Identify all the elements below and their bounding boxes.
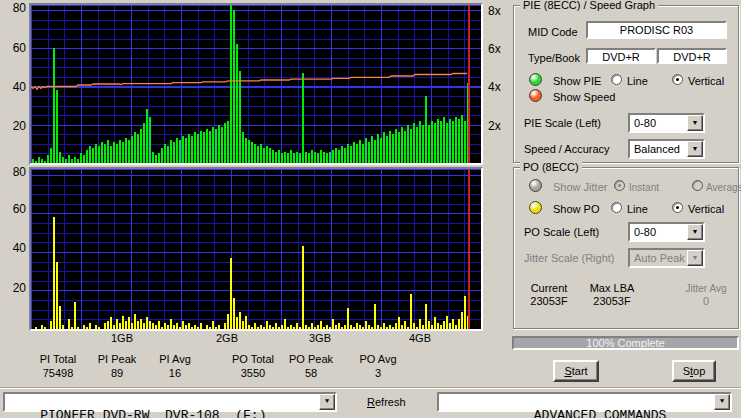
po_graph-bar (152, 323, 154, 329)
po_graph-bar (239, 312, 241, 329)
po_graph-bar (233, 298, 235, 329)
pie-ytick-80: 80 (1, 1, 26, 15)
po-scale-select[interactable]: 0-80 ▼ (628, 222, 705, 242)
po_graph-bar (335, 325, 337, 329)
pie-line-radio[interactable] (611, 74, 622, 85)
po_graph-bar (419, 319, 421, 329)
po_graph-bar (59, 306, 61, 329)
po_graph-bar (167, 325, 169, 329)
po_graph-bar (464, 296, 466, 329)
po_graph-bar (50, 321, 52, 329)
dropdown-arrow-icon[interactable]: ▼ (714, 394, 730, 410)
po_graph-bar (116, 319, 118, 329)
po_graph-bar (359, 325, 361, 329)
po_graph-bar (107, 321, 109, 329)
scan-progress-bar: 100% Complete (512, 336, 739, 350)
po-vertical-radio[interactable] (672, 202, 683, 213)
xtick-3gb: 3GB (309, 332, 331, 344)
po_graph-bar (122, 316, 124, 329)
dropdown-arrow-icon[interactable]: ▼ (319, 394, 335, 410)
po_graph-bar (83, 325, 85, 329)
stat-po-total: PO Total3550 (232, 353, 274, 379)
po-line-radio[interactable] (611, 202, 622, 213)
jitter-average-label: Average (706, 182, 741, 193)
po_graph-bar (137, 321, 139, 329)
show-speed-led-icon[interactable] (529, 89, 542, 102)
jitter-instant-radio (614, 180, 625, 191)
po_graph-bar (353, 327, 355, 329)
po_graph-bar (377, 325, 379, 329)
pie-ytick-60: 60 (1, 41, 26, 55)
po_graph-bar (212, 321, 214, 329)
po_graph-bar (407, 327, 409, 329)
po_graph-bar (197, 327, 199, 329)
pie-ytick-40: 40 (1, 80, 26, 94)
start-button[interactable]: Start (553, 360, 599, 382)
pie-scale-label: PIE Scale (Left) (524, 117, 601, 129)
pie-vertical-label: Vertical (688, 75, 724, 87)
end-position-marker (468, 5, 470, 163)
speed-ytick-6x: 6x (488, 42, 501, 56)
po_graph-bar (410, 294, 412, 329)
speed-accuracy-select[interactable]: Balanced ▼ (628, 139, 705, 159)
max-lba-value: 23053F (580, 295, 644, 307)
po_graph-bar (311, 323, 313, 329)
dropdown-arrow-icon[interactable]: ▼ (687, 224, 703, 240)
po_graph-bar (74, 302, 76, 329)
po_graph-bar (308, 327, 310, 329)
po_graph-bar (383, 323, 385, 329)
disc-quality-scan-window: 80 60 40 20 8x 6x 4x 2x 80 60 40 20 1GB … (0, 0, 741, 418)
jitter-scale-label: Jitter Scale (Right) (524, 252, 614, 264)
speed-ytick-4x: 4x (488, 80, 501, 94)
po_graph-bar (215, 327, 217, 329)
po_graph-bar (185, 325, 187, 329)
po_graph-bar (413, 323, 415, 329)
dropdown-arrow-icon[interactable]: ▼ (687, 141, 703, 157)
po_graph-bar (194, 325, 196, 329)
po-vertical-label: Vertical (688, 203, 724, 215)
po_graph-bar (293, 327, 295, 329)
po_graph-bar (392, 327, 394, 329)
stat-po-avg: PO Avg3 (359, 353, 396, 379)
po_graph-bar (176, 323, 178, 329)
show-pie-label: Show PIE (553, 75, 601, 87)
po_graph-bar (317, 325, 319, 329)
po_graph-bar (386, 327, 388, 329)
xtick-4gb: 4GB (409, 332, 431, 344)
drive-select[interactable]: PIONEER DVD-RW DVR-108 (F:) ▼ (3, 392, 337, 412)
po_graph-bar (389, 325, 391, 329)
po_graph-bar (104, 323, 106, 329)
mid-code-value: PRODISC R03 (586, 21, 727, 39)
po_graph-bar (188, 323, 190, 329)
po-ytick-40: 40 (1, 241, 26, 255)
dropdown-arrow-icon[interactable]: ▼ (687, 115, 703, 131)
show-pie-led-icon[interactable] (529, 73, 542, 86)
po_graph-bar (227, 314, 229, 329)
po_graph-bar (428, 321, 430, 329)
refresh-button[interactable]: Refresh (361, 395, 412, 409)
stat-pi-avg: PI Avg16 (159, 353, 191, 379)
po_graph-bar (314, 327, 316, 329)
po_graph-bar (269, 325, 271, 329)
po-groupbox-title: PO (8ECC) (520, 161, 582, 174)
stat-po-peak: PO Peak58 (289, 353, 333, 379)
stop-button[interactable]: Stop (672, 360, 716, 382)
po_graph-bar (71, 327, 73, 329)
pie-graph-plot (31, 5, 481, 163)
speed-ytick-2x: 2x (488, 119, 501, 133)
po_graph-bar (380, 327, 382, 329)
advanced-commands-select[interactable]: ADVANCED COMMANDS ▼ (437, 392, 732, 412)
po_graph-bar (245, 316, 247, 329)
po_graph-bar (302, 246, 304, 329)
po_graph-bar (416, 327, 418, 329)
pie-vertical-radio[interactable] (672, 74, 683, 85)
po_graph-bar (140, 319, 142, 329)
pie-speed-graph (29, 3, 483, 165)
show-po-led-icon[interactable] (529, 201, 542, 214)
pie-scale-select[interactable]: 0-80 ▼ (628, 113, 705, 133)
po_graph-bar (41, 325, 43, 329)
jitter-avg-label: Jitter Avg (674, 283, 738, 294)
po_graph-bar (143, 323, 145, 329)
po_graph-bar (56, 262, 58, 329)
po_graph-bar (299, 327, 301, 329)
